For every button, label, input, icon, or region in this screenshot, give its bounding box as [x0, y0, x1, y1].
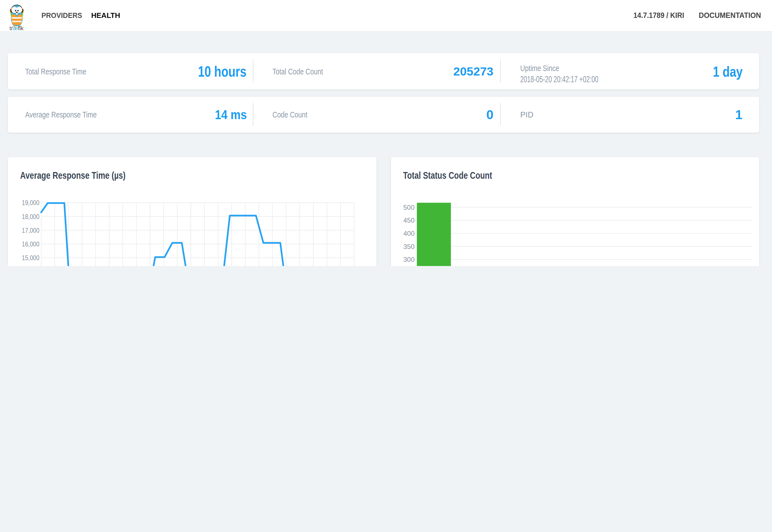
svg-text:400: 400	[403, 230, 414, 237]
svg-text:15,000: 15,000	[22, 254, 39, 262]
svg-text:450: 450	[403, 216, 414, 224]
svg-text:500: 500	[403, 204, 414, 211]
svg-text:Average Response Time (µs): Average Response Time (µs)	[20, 170, 126, 181]
svg-text:Total Status Code Count: Total Status Code Count	[403, 170, 492, 181]
svg-text:træfik: træfik	[10, 25, 24, 31]
svg-text:18,000: 18,000	[22, 213, 39, 220]
svg-text:300: 300	[403, 256, 414, 263]
svg-text:16,000: 16,000	[22, 240, 39, 248]
svg-text:17,000: 17,000	[22, 227, 39, 234]
svg-text:350: 350	[403, 243, 414, 250]
svg-text:19,000: 19,000	[22, 199, 39, 206]
